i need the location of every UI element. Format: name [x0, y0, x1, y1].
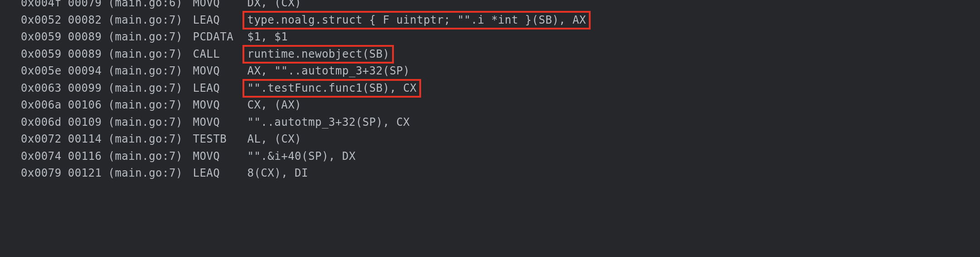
asm-file: (main.go:7) [108, 63, 193, 79]
asm-offset: 00089 [68, 29, 108, 45]
asm-address: 0x004f [0, 0, 68, 11]
asm-offset: 00094 [68, 63, 108, 79]
asm-address: 0x0052 [0, 12, 68, 29]
asm-file: (main.go:7) [108, 46, 193, 63]
asm-mnemonic: LEAQ [193, 12, 247, 29]
assembly-listing: 0x004f00079(main.go:6)MOVQDX, (CX)0x0052… [0, 0, 980, 182]
asm-file: (main.go:6) [108, 0, 193, 11]
asm-operand: runtime.newobject(SB) [247, 46, 389, 63]
asm-address: 0x005e [0, 63, 68, 79]
asm-operand: DX, (CX) [247, 0, 301, 11]
asm-mnemonic: PCDATA [193, 29, 247, 45]
asm-address: 0x0059 [0, 46, 68, 63]
asm-line: 0x005900089(main.go:7)CALLruntime.newobj… [0, 46, 980, 63]
asm-file: (main.go:7) [108, 131, 193, 148]
asm-offset: 00116 [68, 148, 108, 165]
asm-line: 0x007200114(main.go:7)TESTBAL, (CX) [0, 131, 980, 148]
asm-file: (main.go:7) [108, 29, 193, 45]
asm-file: (main.go:7) [108, 97, 193, 114]
asm-operand: $1, $1 [247, 29, 288, 45]
asm-offset: 00109 [68, 114, 108, 131]
asm-offset: 00121 [68, 165, 108, 182]
asm-offset: 00079 [68, 0, 108, 11]
asm-line: 0x004f00079(main.go:6)MOVQDX, (CX) [0, 0, 980, 12]
asm-mnemonic: CALL [193, 46, 247, 63]
asm-operand: AL, (CX) [247, 131, 301, 148]
asm-address: 0x006d [0, 114, 68, 131]
asm-offset: 00089 [68, 46, 108, 63]
asm-mnemonic: MOVQ [193, 0, 247, 11]
asm-offset: 00114 [68, 131, 108, 148]
asm-file: (main.go:7) [108, 80, 193, 97]
asm-line: 0x007400116(main.go:7)MOVQ"".&i+40(SP), … [0, 148, 980, 165]
asm-mnemonic: MOVQ [193, 97, 247, 114]
asm-address: 0x0063 [0, 80, 68, 97]
asm-operand: AX, ""..autotmp_3+32(SP) [247, 63, 410, 79]
asm-line: 0x005e00094(main.go:7)MOVQAX, ""..autotm… [0, 63, 980, 80]
asm-file: (main.go:7) [108, 12, 193, 29]
asm-line: 0x006a00106(main.go:7)MOVQCX, (AX) [0, 97, 980, 114]
asm-operand: "".&i+40(SP), DX [247, 148, 355, 165]
asm-mnemonic: LEAQ [193, 80, 247, 97]
asm-line: 0x005200082(main.go:7)LEAQtype.noalg.str… [0, 12, 980, 29]
asm-mnemonic: MOVQ [193, 114, 247, 131]
asm-operand: type.noalg.struct { F uintptr; "".i *int… [247, 12, 586, 29]
asm-line: 0x006d00109(main.go:7)MOVQ""..autotmp_3+… [0, 114, 980, 131]
asm-address: 0x006a [0, 97, 68, 114]
asm-operand: ""..autotmp_3+32(SP), CX [247, 114, 410, 131]
asm-offset: 00082 [68, 12, 108, 29]
asm-operand: "".testFunc.func1(SB), CX [247, 80, 417, 97]
asm-address: 0x0072 [0, 131, 68, 148]
asm-address: 0x0079 [0, 165, 68, 182]
asm-mnemonic: MOVQ [193, 148, 247, 165]
asm-address: 0x0059 [0, 29, 68, 45]
asm-mnemonic: MOVQ [193, 63, 247, 79]
asm-offset: 00099 [68, 80, 108, 97]
asm-mnemonic: TESTB [193, 131, 247, 148]
asm-operand: 8(CX), DI [247, 165, 308, 182]
asm-address: 0x0074 [0, 148, 68, 165]
asm-line: 0x006300099(main.go:7)LEAQ"".testFunc.fu… [0, 80, 980, 97]
asm-offset: 00106 [68, 97, 108, 114]
asm-file: (main.go:7) [108, 114, 193, 131]
asm-mnemonic: LEAQ [193, 165, 247, 182]
asm-line: 0x007900121(main.go:7)LEAQ8(CX), DI [0, 165, 980, 182]
asm-line: 0x005900089(main.go:7)PCDATA$1, $1 [0, 29, 980, 46]
asm-file: (main.go:7) [108, 148, 193, 165]
asm-file: (main.go:7) [108, 165, 193, 182]
asm-operand: CX, (AX) [247, 97, 301, 114]
